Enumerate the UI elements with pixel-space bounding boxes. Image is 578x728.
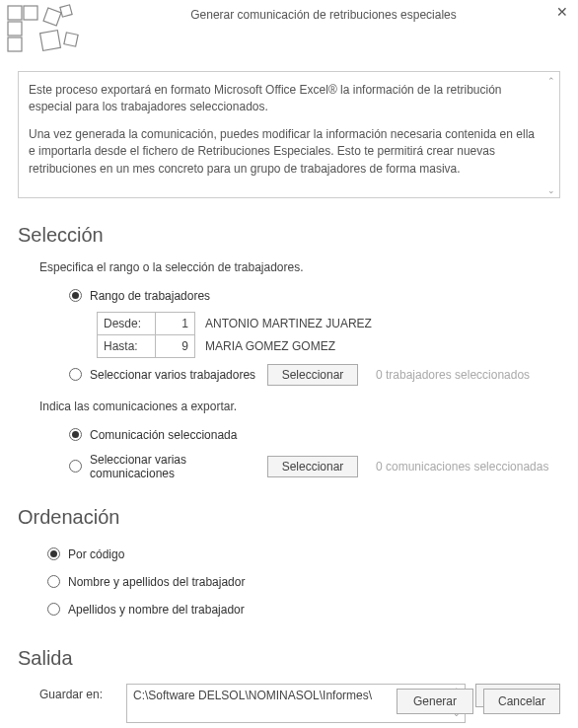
hasta-number-input[interactable]: 9 [156,334,195,358]
svg-rect-1 [8,22,22,36]
radio-range-workers-label: Rango de trabajadores [90,289,210,303]
communications-selected-count: 0 comunicaciones seleccionadas [376,460,548,473]
window-title: Generar comunicación de retribuciones es… [95,4,552,22]
select-communications-button[interactable]: Seleccionar [267,456,358,477]
desde-worker-name: ANTONIO MARTINEZ JUAREZ [195,312,372,335]
svg-rect-6 [40,31,61,51]
svg-rect-4 [43,8,61,26]
select-workers-button[interactable]: Seleccionar [267,364,358,386]
worker-range-grid: Desde: 1 ANTONIO MARTINEZ JUAREZ Hasta: … [97,312,560,358]
info-panel: ⌃ Este proceso exportará en formato Micr… [18,71,560,198]
seleccion-range-hint: Especifica el rango o la selección de tr… [39,260,560,274]
radio-select-multiple-communications-label: Seleccionar varias comunicaciones [90,453,259,480]
radio-sort-surname-name[interactable] [47,603,60,616]
cancel-button[interactable]: Cancelar [483,689,560,714]
section-ordenacion-title: Ordenación [18,506,560,529]
scroll-down-icon[interactable]: ⌄ [546,184,556,194]
section-salida-title: Salida [18,647,560,670]
svg-rect-2 [8,37,22,51]
desde-label: Desde: [97,312,156,335]
radio-sort-code-label: Por código [68,547,124,561]
info-paragraph-1: Este proceso exportará en formato Micros… [29,82,536,116]
close-icon[interactable]: ✕ [552,4,572,24]
hasta-worker-name: MARIA GOMEZ GOMEZ [195,334,335,358]
radio-range-workers[interactable] [69,289,82,302]
radio-sort-name-surname[interactable] [47,575,60,588]
radio-sort-code[interactable] [47,547,60,560]
info-paragraph-2: Una vez generada la comunicación, puedes… [29,126,536,178]
radio-selected-communication[interactable] [69,428,82,441]
seleccion-export-hint: Indica las comunicaciones a exportar. [39,400,560,413]
radio-sort-name-surname-label: Nombre y apellidos del trabajador [68,575,245,589]
scroll-up-icon[interactable]: ⌃ [546,75,556,85]
svg-rect-7 [64,33,78,46]
svg-rect-3 [24,6,37,20]
svg-rect-0 [8,6,22,20]
radio-select-multiple-workers-label: Seleccionar varios trabajadores [90,368,259,382]
generate-button[interactable]: Generar [397,689,473,714]
svg-rect-5 [60,5,72,17]
workers-selected-count: 0 trabajadores seleccionados [376,368,530,382]
radio-selected-communication-label: Comunicación seleccionada [90,428,237,442]
desde-number-input[interactable]: 1 [156,312,195,335]
radio-sort-surname-name-label: Apellidos y nombre del trabajador [68,603,245,617]
hasta-label: Hasta: [97,334,156,358]
guardar-en-label: Guardar en: [39,684,116,701]
section-seleccion-title: Selección [18,224,560,247]
app-logo-decoration [6,4,95,58]
radio-select-multiple-workers[interactable] [69,368,82,381]
radio-select-multiple-communications[interactable] [69,460,82,473]
